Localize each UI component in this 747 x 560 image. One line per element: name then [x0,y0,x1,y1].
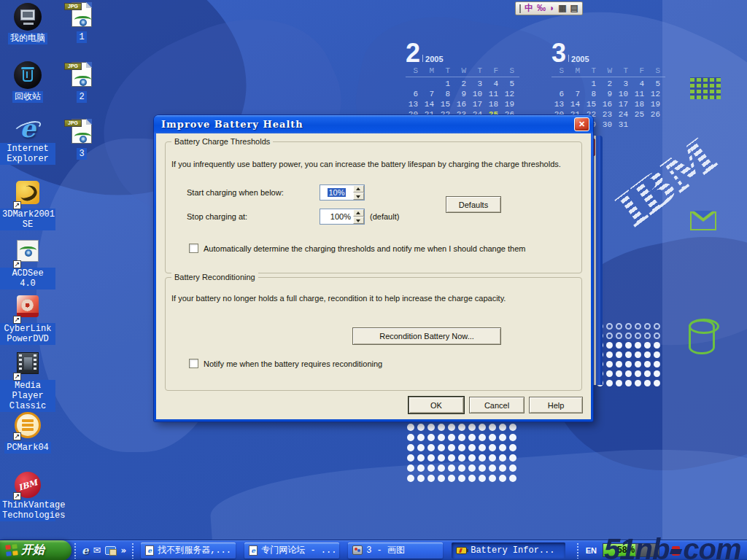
ie-page-icon: e [145,545,154,556]
desktop-icon-label: Internet Explorer [0,143,55,165]
close-button[interactable]: ✕ [574,117,589,131]
quick-launch-bar: e ✉ » [79,544,129,557]
start-charging-spinner[interactable]: 10% [320,184,365,201]
desktop-icon-thinkvantage[interactable]: IBM↗ ThinkVantage Technologies [0,471,55,521]
battery-icon [456,547,467,554]
soft-keyboard-icon[interactable]: ▦ [558,2,566,15]
show-desktop-icon[interactable] [105,546,116,555]
group-description: If you infrequently use battery power, y… [171,160,561,168]
defaults-button[interactable]: Defaults [446,196,501,213]
ime-caret-icon [519,4,521,13]
task-button-label: Battery Infor... [471,545,554,556]
jpg-file-icon: JPG [68,61,96,89]
desktop-icon-jpg-3[interactable]: JPG 3 [60,118,104,160]
desktop-icon-label: Media Player Classic [0,380,55,412]
calendar-month-number: 3 [551,38,566,68]
acdsee-icon: ↗ [14,240,42,268]
spin-up-icon[interactable] [353,185,364,192]
desktop-icon-media-player-classic[interactable]: ↗ Media Player Classic [0,350,55,412]
ok-button[interactable]: OK [409,397,464,413]
wallpaper-dot-grid [406,422,518,483]
desktop-icon-recycle-bin[interactable]: 回收站 [0,61,55,103]
spin-down-icon[interactable] [353,217,364,224]
desktop-icon-powerdvd[interactable]: ↗ CyberLink PowerDVD [0,293,55,345]
desktop-icon-label: ThinkVantage Technologies [0,499,55,521]
calendar-month-number: 2 [406,38,420,68]
ime-menu-icon[interactable]: ▤ [570,2,578,15]
desktop-icon-label: 我的电脑 [8,33,47,44]
recondition-battery-button[interactable]: Recondition Battery Now... [352,327,501,345]
quick-launch-mail-icon[interactable]: ✉ [93,545,101,556]
start-charging-label: Start charging when below: [187,188,284,197]
chinese-input-icon[interactable]: 中 [525,2,533,15]
jpg-badge: JPG [64,120,82,127]
cancel-button[interactable]: Cancel [469,397,525,413]
punctuation-toggle-icon[interactable]: ◗ [549,2,554,15]
stop-charging-value[interactable]: 100% [320,209,353,224]
desktop: IBM 中 ‰ ◗ ▦ ▤ 22005 SMTWTFS1234567891011… [0,0,747,560]
notify-recondition-checkbox[interactable] [189,359,198,368]
desktop-icon-label: 3DMark2001 SE [0,209,55,230]
shortcut-arrow-icon: ↗ [13,432,21,440]
thinkvantage-icon: IBM↗ [14,472,42,499]
jpg-badge: JPG [64,3,82,10]
desktop-icon-label: 1 [77,31,86,43]
desktop-icon-3dmark2001[interactable]: ↗ 3DMark2001 SE [0,179,55,230]
paint-icon [352,545,363,555]
watermark-right: com [683,533,740,560]
internet-explorer-icon: e [14,115,42,143]
desktop-icon-pcmark04[interactable]: ↗ PCMark04 [0,411,55,454]
auto-thresholds-checkbox[interactable] [189,244,198,253]
spin-down-icon[interactable] [353,192,364,200]
desktop-icon-acdsee[interactable]: ↗ ACDSee 4.0 [0,238,55,289]
task-button-paint[interactable]: 3 - 画图 [348,542,443,559]
watermark: 51nb com [604,533,741,560]
quick-launch-ie-icon[interactable]: e [82,544,89,557]
stop-charging-spinner[interactable]: 100% [320,209,365,225]
taskbar-separator [74,542,77,559]
calendar-march: 32005 SMTWTFS123456789101112131415161718… [551,41,668,66]
task-button-label: 3 - 画图 [366,544,405,556]
language-indicator[interactable]: EN [586,546,597,555]
desktop-icon-label: 回收站 [12,91,43,103]
envelope-icon [690,211,716,230]
start-charging-value[interactable]: 10% [328,188,345,197]
keypad-icon [690,77,721,99]
task-button-forum[interactable]: e 专门网论坛 - ... [244,542,339,559]
jpg-file-icon: JPG [68,1,96,29]
ie-page-icon: e [249,545,258,556]
spin-up-icon[interactable] [353,209,364,217]
notify-recondition-checkbox-label[interactable]: Notify me when the battery requires reco… [204,359,382,368]
help-button[interactable]: Help [529,397,583,413]
shortcut-arrow-icon: ↗ [13,201,21,209]
auto-thresholds-checkbox-label[interactable]: Automatically determine the charging thr… [204,244,525,253]
my-computer-icon [14,3,42,31]
group-title: Battery Reconditioning [171,273,258,281]
shortcut-arrow-icon: ↗ [13,260,21,268]
ime-language-bar[interactable]: 中 ‰ ◗ ▦ ▤ [515,1,583,15]
wallpaper-dot-grid [595,322,662,388]
desktop-icon-jpg-2[interactable]: JPG 2 [60,61,104,103]
quick-launch-overflow-chevron[interactable]: » [120,545,126,556]
watermark-left: 51nb [604,533,669,560]
ibm-logo: IBM [589,112,747,261]
desktop-icon-jpg-1[interactable]: JPG 1 [60,1,104,43]
shortcut-arrow-icon: ↗ [13,373,21,381]
desktop-icon-internet-explorer[interactable]: e Internet Explorer [0,115,55,165]
taskbar-separator [131,542,134,559]
stop-charging-label: Stop charging at: [187,212,247,221]
fullwidth-toggle-icon[interactable]: ‰ [537,2,546,15]
close-icon: ✕ [578,120,585,128]
desktop-icon-label: 2 [77,91,86,103]
windows-flag-icon [5,544,18,556]
desktop-icon-label: CyberLink PowerDVD [0,323,55,345]
desktop-icon-my-computer[interactable]: 我的电脑 [0,3,55,44]
task-button-server-not-found[interactable]: e 找不到服务器,... [141,542,236,559]
task-button-battery-information[interactable]: Battery Infor... [452,542,565,559]
desktop-icon-label: 3 [77,148,86,160]
recycle-bin-icon [14,61,42,89]
dialog-title-bar[interactable]: Improve Battery Health [154,115,593,133]
start-button[interactable]: 开始 [0,540,71,560]
improve-battery-health-dialog: Improve Battery Health ✕ Battery Charge … [154,115,593,421]
battery-reconditioning-group: Battery Reconditioning If your battery n… [165,277,582,391]
